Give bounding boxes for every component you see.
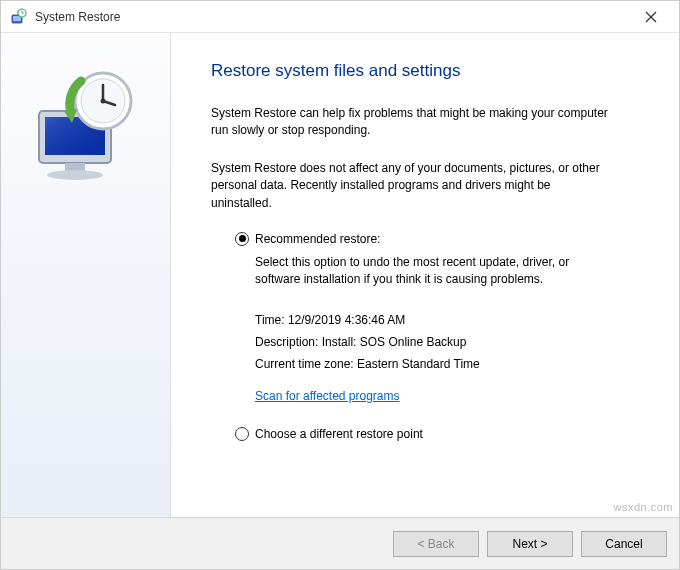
intro-paragraph-1: System Restore can help fix problems tha… (211, 105, 611, 140)
desc-label: Description: (255, 335, 318, 349)
footer-buttons: < Back Next > Cancel (1, 517, 679, 569)
close-button[interactable] (631, 3, 671, 31)
page-heading: Restore system files and settings (211, 61, 649, 81)
system-restore-window: System Restore (0, 0, 680, 570)
titlebar: System Restore (1, 1, 679, 33)
system-restore-icon (9, 7, 29, 27)
back-button[interactable]: < Back (393, 531, 479, 557)
scan-affected-programs-link[interactable]: Scan for affected programs (255, 389, 400, 403)
radio-recommended-restore[interactable]: Recommended restore: (235, 232, 649, 246)
restore-options: Recommended restore: Select this option … (211, 232, 649, 441)
time-label: Time: (255, 313, 285, 327)
next-button[interactable]: Next > (487, 531, 573, 557)
intro-paragraph-2: System Restore does not affect any of yo… (211, 160, 611, 212)
svg-point-11 (47, 170, 103, 180)
radio-recommended-label: Recommended restore: (255, 232, 380, 246)
recommended-description: Select this option to undo the most rece… (255, 254, 595, 289)
desc-value: Install: SOS Online Backup (322, 335, 467, 349)
time-value: 12/9/2019 4:36:46 AM (288, 313, 405, 327)
main-content: Restore system files and settings System… (171, 33, 679, 517)
radio-choose-different-label: Choose a different restore point (255, 427, 423, 441)
tz-value: Eastern Standard Time (357, 357, 480, 371)
restore-timezone: Current time zone: Eastern Standard Time (255, 357, 595, 371)
restore-illustration-icon (21, 63, 151, 193)
tz-label: Current time zone: (255, 357, 354, 371)
recommended-details: Select this option to undo the most rece… (235, 254, 595, 403)
dialog-body: Restore system files and settings System… (1, 33, 679, 517)
radio-icon (235, 232, 249, 246)
restore-time: Time: 12/9/2019 4:36:46 AM (255, 313, 595, 327)
radio-choose-different[interactable]: Choose a different restore point (235, 427, 649, 441)
close-icon (645, 11, 657, 23)
svg-point-16 (100, 99, 105, 104)
restore-description: Description: Install: SOS Online Backup (255, 335, 595, 349)
sidebar (1, 33, 171, 517)
window-title: System Restore (35, 10, 631, 24)
radio-icon (235, 427, 249, 441)
cancel-button[interactable]: Cancel (581, 531, 667, 557)
